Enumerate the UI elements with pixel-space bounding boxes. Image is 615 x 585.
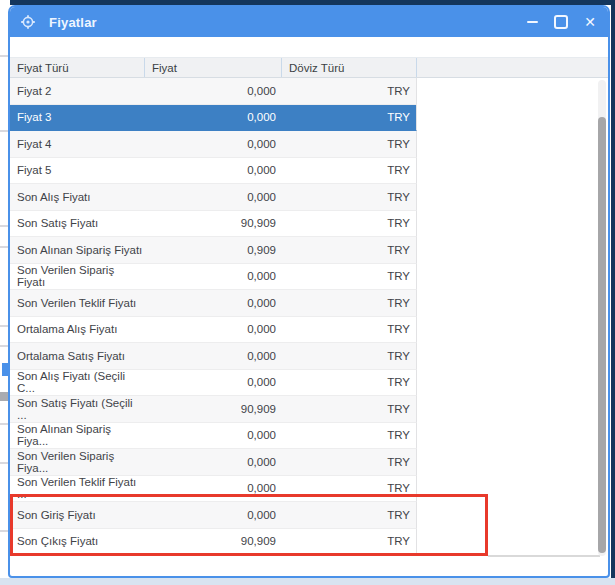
cell-price[interactable]: 0,000 [145, 317, 282, 344]
table-row[interactable]: Son Alınan Sipariş Fiya...0,000TRY [10, 423, 608, 450]
table-row[interactable]: Son Alış Fiyatı (Seçili C...0,000TRY [10, 370, 608, 397]
cell-price[interactable]: 0,000 [145, 131, 282, 158]
cell-price[interactable]: 0,000 [145, 343, 282, 370]
cell-name[interactable]: Son Verilen Sipariş Fiyatı [10, 264, 145, 291]
cell-currency[interactable]: TRY [282, 423, 417, 450]
cell-name[interactable]: Fiyat 5 [10, 158, 145, 185]
cell-filler [417, 131, 608, 158]
cell-price[interactable]: 0,000 [145, 78, 282, 105]
cell-price[interactable]: 0,000 [145, 423, 282, 450]
cell-price[interactable]: 90,909 [145, 529, 282, 556]
cell-name[interactable]: Ortalama Satış Fiyatı [10, 343, 145, 370]
minimize-button[interactable] [522, 12, 542, 32]
cell-price[interactable]: 90,909 [145, 211, 282, 238]
maximize-button[interactable] [551, 12, 571, 32]
cell-currency[interactable]: TRY [282, 158, 417, 185]
cell-filler [417, 423, 608, 450]
cell-name[interactable]: Son Satış Fiyatı (Seçili ... [10, 396, 145, 423]
cell-filler [417, 184, 608, 211]
cell-filler [417, 290, 608, 317]
cell-price[interactable]: 0,000 [145, 105, 282, 132]
minimize-icon [527, 21, 538, 23]
cell-name[interactable]: Son Alınan Sipariş Fiyatı [10, 237, 145, 264]
cell-name[interactable]: Son Verilen Teklif Fiyatı [10, 290, 145, 317]
cell-filler [417, 502, 608, 529]
cell-currency[interactable]: TRY [282, 317, 417, 344]
backdrop-line [0, 246, 8, 248]
cell-currency[interactable]: TRY [282, 184, 417, 211]
cell-currency[interactable]: TRY [282, 502, 417, 529]
table-row[interactable]: Fiyat 40,000TRY [10, 131, 608, 158]
cell-currency[interactable]: TRY [282, 78, 417, 105]
cell-price[interactable]: 0,000 [145, 502, 282, 529]
cell-price[interactable]: 0,000 [145, 449, 282, 476]
cell-price[interactable]: 90,909 [145, 396, 282, 423]
table-row[interactable]: Son Satış Fiyatı90,909TRY [10, 211, 608, 238]
cell-currency[interactable]: TRY [282, 529, 417, 556]
table-row[interactable]: Son Verilen Sipariş Fiya...0,000TRY [10, 449, 608, 476]
cell-name[interactable]: Son Satış Fiyatı [10, 211, 145, 238]
cell-name[interactable]: Son Verilen Sipariş Fiya... [10, 449, 145, 476]
table-row[interactable]: Ortalama Satış Fiyatı0,000TRY [10, 343, 608, 370]
cell-filler [417, 343, 608, 370]
table-row[interactable]: Son Alış Fiyatı0,000TRY [10, 184, 608, 211]
cell-filler [417, 370, 608, 397]
table-row[interactable]: Fiyat 30,000TRY [10, 105, 608, 132]
cell-currency[interactable]: TRY [282, 343, 417, 370]
cell-price[interactable]: 0,000 [145, 290, 282, 317]
cell-name[interactable]: Son Alınan Sipariş Fiya... [10, 423, 145, 450]
cell-price[interactable]: 0,000 [145, 158, 282, 185]
cell-currency[interactable]: TRY [282, 449, 417, 476]
backdrop-line [0, 345, 8, 347]
column-header-fiyat-turu[interactable]: Fiyat Türü [10, 58, 145, 77]
cell-currency[interactable]: TRY [282, 105, 417, 132]
title-bar[interactable]: Fiyatlar ✕ [10, 7, 608, 37]
cell-name[interactable]: Son Alış Fiyatı [10, 184, 145, 211]
cell-currency[interactable]: TRY [282, 370, 417, 397]
table-row[interactable]: Son Verilen Teklif Fiyatı0,000TRY [10, 290, 608, 317]
backdrop-line [0, 225, 8, 227]
table-row[interactable]: Ortalama Alış Fiyatı0,000TRY [10, 317, 608, 344]
cell-name[interactable]: Son Giriş Fiyatı [10, 502, 145, 529]
cell-price[interactable]: 0,000 [145, 476, 282, 503]
cell-price[interactable]: 0,000 [145, 264, 282, 291]
close-button[interactable]: ✕ [580, 12, 600, 32]
window-title: Fiyatlar [49, 15, 97, 30]
backdrop-line [0, 130, 8, 132]
cell-price[interactable]: 0,000 [145, 370, 282, 397]
table-row[interactable]: Son Verilen Teklif Fiyatı ...0,000TRY [10, 476, 608, 503]
cell-currency[interactable]: TRY [282, 131, 417, 158]
cell-name[interactable]: Son Verilen Teklif Fiyatı ... [10, 476, 145, 503]
cell-currency[interactable]: TRY [282, 264, 417, 291]
table-body: Fiyat 20,000TRYFiyat 30,000TRYFiyat 40,0… [10, 78, 608, 555]
table-row[interactable]: Son Verilen Sipariş Fiyatı0,000TRY [10, 264, 608, 291]
cell-price[interactable]: 0,000 [145, 184, 282, 211]
cell-name[interactable]: Son Çıkış Fiyatı [10, 529, 145, 556]
column-header-fiyat[interactable]: Fiyat [145, 58, 282, 77]
table-row[interactable]: Fiyat 20,000TRY [10, 78, 608, 105]
cell-currency[interactable]: TRY [282, 237, 417, 264]
vertical-scrollbar-thumb[interactable] [598, 117, 606, 553]
cell-price[interactable]: 0,909 [145, 237, 282, 264]
table-row[interactable]: Son Satış Fiyatı (Seçili ...90,909TRY [10, 396, 608, 423]
table-row[interactable]: Son Giriş Fiyatı0,000TRY [10, 502, 608, 529]
cell-currency[interactable]: TRY [282, 211, 417, 238]
cell-name[interactable]: Fiyat 2 [10, 78, 145, 105]
cell-name[interactable]: Fiyat 4 [10, 131, 145, 158]
toolbar-gap [10, 37, 608, 57]
vertical-scrollbar-track[interactable] [598, 80, 606, 556]
backdrop-window-left-strip [0, 0, 8, 578]
cell-name[interactable]: Ortalama Alış Fiyatı [10, 317, 145, 344]
cell-name[interactable]: Fiyat 3 [10, 105, 145, 132]
table-row[interactable]: Son Çıkış Fiyatı90,909TRY [10, 529, 608, 556]
table-row[interactable]: Son Alınan Sipariş Fiyatı0,909TRY [10, 237, 608, 264]
cell-currency[interactable]: TRY [282, 396, 417, 423]
table-row[interactable]: Fiyat 50,000TRY [10, 158, 608, 185]
window-controls: ✕ [522, 12, 600, 32]
backdrop-scrollbar-fragment [0, 392, 8, 401]
fiyatlar-window: Fiyatlar ✕ Fiyat Türü Fiyat Döviz Türü F… [8, 5, 610, 578]
cell-currency[interactable]: TRY [282, 476, 417, 503]
cell-currency[interactable]: TRY [282, 290, 417, 317]
cell-name[interactable]: Son Alış Fiyatı (Seçili C... [10, 370, 145, 397]
column-header-doviz-turu[interactable]: Döviz Türü [282, 58, 417, 77]
